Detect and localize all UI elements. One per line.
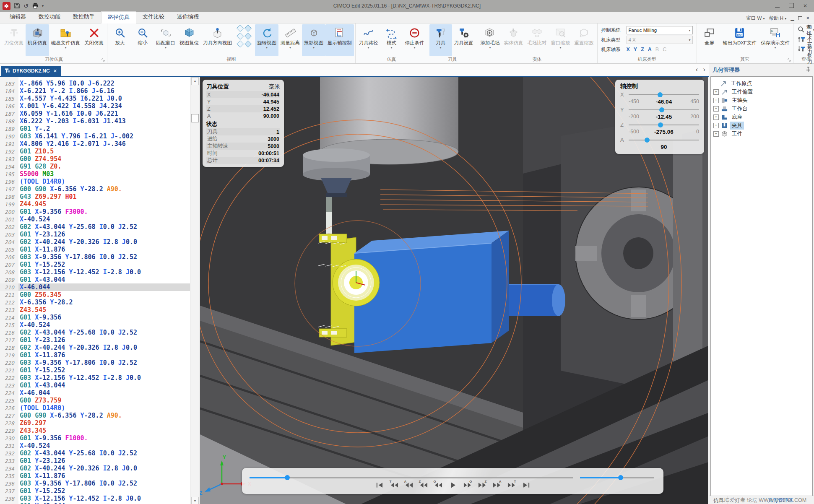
- axis-slider-Y[interactable]: [629, 107, 699, 113]
- code-line[interactable]: 214G01 X-9.356: [0, 314, 190, 321]
- ribbon-button-toolpath[interactable]: 刀具路径▾: [357, 24, 380, 56]
- code-line[interactable]: 228Z69.297: [0, 419, 190, 427]
- axis-Z[interactable]: Z: [641, 47, 644, 52]
- maximize-button[interactable]: [789, 3, 794, 9]
- window-menu[interactable]: 窗口 W ▾: [746, 15, 765, 21]
- ribbon-button-tool-dir-view[interactable]: 刀具方向视图: [201, 24, 234, 56]
- axis-slider-A[interactable]: [629, 137, 699, 143]
- code-line[interactable]: 215X-40.524: [0, 321, 190, 329]
- playback-rew-A-button[interactable]: A: [404, 481, 414, 489]
- ribbon-button-reset-view[interactable]: 视图复位: [177, 24, 201, 56]
- code-line[interactable]: 196(TOOL D14R0): [0, 178, 190, 185]
- ribbon-button-axis-control-icon[interactable]: 显示轴控制: [325, 24, 354, 56]
- axis-slider-X[interactable]: [629, 91, 699, 98]
- playback-rew-Z-button[interactable]: Z: [419, 481, 428, 489]
- ribbon-button-stop-condition[interactable]: 停止条件▾: [403, 24, 427, 56]
- code-line[interactable]: 200G01 X-9.356 F3000.: [0, 208, 190, 216]
- ribbon-button-tool[interactable]: 刀具▾: [429, 24, 452, 56]
- code-line[interactable]: 194G91 G28 Z0.: [0, 163, 190, 170]
- ribbon-button-add-stock[interactable]: 添加毛坯▾: [479, 24, 502, 56]
- slider-thumb[interactable]: [285, 475, 290, 480]
- combo-控制系统[interactable]: Fanuc Milling▾: [627, 26, 693, 34]
- playback-ffw-O-button[interactable]: O: [463, 481, 472, 489]
- axis-B[interactable]: B: [655, 47, 659, 52]
- ribbon-button-zoom-in[interactable]: 放大: [109, 24, 131, 56]
- ribbon-button-next-toolchange[interactable]: 下一个换刀: [796, 45, 814, 54]
- axis-A[interactable]: A: [648, 47, 652, 52]
- nc-code-editor[interactable]: 183X-.866 Y5.96 I0.0 J-6.222184X-6.221 Y…: [0, 77, 190, 504]
- menu-tab-数控助手[interactable]: 数控助手: [67, 11, 101, 23]
- code-line[interactable]: 238G03 X-12.156 Y-12.452 I-2.8 J0.0: [0, 495, 190, 502]
- expand-icon[interactable]: +: [713, 98, 719, 103]
- ribbon-button-measure[interactable]: 测量距离▾: [278, 24, 302, 56]
- code-line[interactable]: 227G00 G90 X-6.356 Y-28.2 A90.: [0, 412, 190, 419]
- code-line[interactable]: 206G03 X-9.356 Y-17.806 I0.0 J2.52: [0, 253, 190, 261]
- code-line[interactable]: 236G03 X-9.356 Y-17.806 I0.0 J2.52: [0, 480, 190, 487]
- progress-slider[interactable]: [250, 475, 573, 481]
- ribbon-button-mode[interactable]: 模式▾: [380, 24, 403, 56]
- ribbon-button-machine-sim[interactable]: 机床仿真: [26, 24, 49, 56]
- code-line[interactable]: 224X-46.044: [0, 389, 190, 397]
- mdi-close-icon[interactable]: ✕: [806, 16, 810, 21]
- code-line[interactable]: 187X6.059 Y-1.616 I0.0 J6.221: [0, 110, 190, 117]
- code-line[interactable]: 191X4.806 Y2.416 I-2.071 J-.346: [0, 140, 190, 148]
- ribbon-button-fullscreen[interactable]: 全屏: [698, 24, 721, 56]
- code-line[interactable]: 218G02 X-40.244 Y-20.326 I2.8 J0.0: [0, 344, 190, 351]
- axis-X[interactable]: X: [627, 47, 630, 52]
- slider-thumb[interactable]: [618, 475, 623, 480]
- ribbon-button-disk-sim[interactable]: 磁盘文件仿真▾: [49, 24, 82, 56]
- document-tab-close-icon[interactable]: ✕: [53, 68, 57, 74]
- close-button[interactable]: ✕: [803, 3, 807, 9]
- playback-rew-T-button[interactable]: T: [390, 481, 399, 489]
- menu-tab-数控功能[interactable]: 数控功能: [32, 11, 67, 23]
- document-tab[interactable]: DYKGGDK2.NC ✕: [1, 66, 61, 76]
- speed-slider[interactable]: [580, 475, 654, 481]
- code-line[interactable]: 189G01 Y-.2: [0, 125, 190, 132]
- scrollbar-thumb[interactable]: [191, 114, 199, 122]
- code-line[interactable]: 199Z44.945: [0, 200, 190, 208]
- expand-icon[interactable]: +: [713, 123, 719, 128]
- mdi-minimize-icon[interactable]: ▁: [791, 16, 794, 21]
- code-line[interactable]: 230G01 X-9.356 F1000.: [0, 434, 190, 442]
- code-line[interactable]: 213Z43.545: [0, 306, 190, 314]
- code-line[interactable]: 231X-40.524: [0, 442, 190, 449]
- code-line[interactable]: 188X6.222 Y-.203 I-6.031 J1.413: [0, 117, 190, 125]
- ribbon-button-tool-settings[interactable]: 刀具设置: [452, 24, 476, 56]
- code-line[interactable]: 210X-46.044: [0, 283, 190, 291]
- code-line[interactable]: 184X-6.221 Y-.2 I.866 J-6.16: [0, 87, 190, 95]
- ribbon-button-close-sim[interactable]: 关闭仿真: [82, 24, 106, 56]
- tree-item-工件[interactable]: +工件: [713, 130, 812, 138]
- code-line[interactable]: 229Z43.345: [0, 427, 190, 434]
- status-tab-geometry[interactable]: 几何管理器: [768, 497, 793, 504]
- code-line[interactable]: 209G01 X-43.044: [0, 276, 190, 283]
- code-line[interactable]: 212X-6.356 Y-28.2: [0, 299, 190, 306]
- playback-ffw-A-button[interactable]: A: [492, 481, 502, 489]
- code-line[interactable]: 225G00 Z73.759: [0, 397, 190, 404]
- code-line[interactable]: 193G00 Z74.954: [0, 155, 190, 163]
- code-line[interactable]: 219G01 X-11.876: [0, 351, 190, 359]
- code-line[interactable]: 201X-40.524: [0, 216, 190, 223]
- code-line[interactable]: 232G02 X-43.044 Y-25.68 I0.0 J2.52: [0, 449, 190, 457]
- tree-item-底座[interactable]: +底座: [713, 113, 812, 121]
- mdi-restore-icon[interactable]: [798, 16, 802, 20]
- pin-icon[interactable]: [806, 67, 811, 74]
- code-line[interactable]: 235G01 X-11.876: [0, 472, 190, 480]
- code-line[interactable]: 233G01 Y-23.126: [0, 457, 190, 465]
- code-line[interactable]: 207G01 Y-15.252: [0, 261, 190, 268]
- menu-tab-路径仿真[interactable]: 路径仿真: [101, 11, 136, 23]
- axis-Y[interactable]: Y: [634, 47, 637, 52]
- tree-item-主轴头[interactable]: +主轴头: [713, 96, 812, 104]
- playback-skip-end-button[interactable]: [522, 481, 531, 489]
- expand-icon[interactable]: +: [713, 106, 719, 112]
- playback-skip-start-button[interactable]: [375, 481, 384, 489]
- code-line[interactable]: 226(TOOL D14R0): [0, 404, 190, 412]
- ribbon-button-dxf-export[interactable]: DXF输出为DXF文件: [721, 24, 759, 56]
- code-line[interactable]: 239G01 X-43.044: [0, 502, 190, 504]
- code-line[interactable]: 186X.001 Y-6.422 I4.558 J4.234: [0, 102, 190, 110]
- code-line[interactable]: 185X-4.557 Y-4.435 I6.221 J0.0: [0, 95, 190, 102]
- menu-tab-迷你编程[interactable]: 迷你编程: [171, 11, 205, 23]
- simulation-viewport[interactable]: Y X Z 刀具位置毫米X-46.044Y44.945Z12.452A90.00…: [200, 77, 708, 504]
- code-line[interactable]: 205G01 X-11.876: [0, 246, 190, 253]
- scroll-up-icon[interactable]: ▲: [191, 77, 199, 85]
- code-line[interactable]: 204G02 X-40.244 Y-20.326 I2.8 J0.0: [0, 238, 190, 246]
